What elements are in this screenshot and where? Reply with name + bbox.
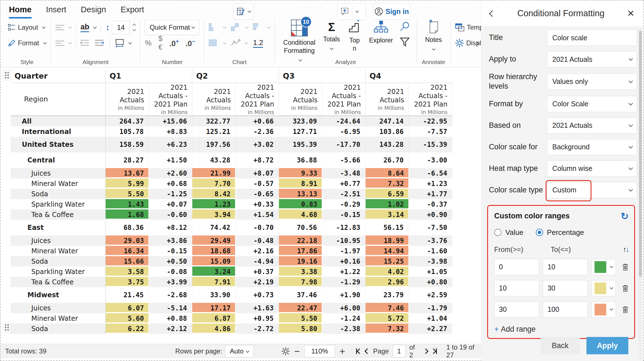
value-cell[interactable]: 56.15 <box>366 220 409 235</box>
value-cell[interactable]: -0.15 <box>149 246 192 256</box>
previous-page-button[interactable] <box>365 349 369 353</box>
value-cell[interactable]: 6.07 <box>106 303 149 313</box>
value-cell[interactable]: -6.54 <box>409 168 452 178</box>
sparkline-button[interactable] <box>231 39 240 47</box>
value-cell[interactable]: +1.22 <box>322 266 366 277</box>
value-cell[interactable]: -3.00 <box>409 152 452 168</box>
value-cell[interactable]: 7.91 <box>192 277 236 287</box>
row-label-cell[interactable]: International <box>11 126 106 137</box>
measure-header-cell[interactable]: 2021 Actualsin Millions <box>366 83 409 116</box>
currency-format-button[interactable]: $€ <box>158 34 162 52</box>
value-cell[interactable]: +8.72 <box>236 152 279 168</box>
value-cell[interactable]: +1.05 <box>409 266 452 277</box>
value-cell[interactable]: 3.58 <box>106 266 149 277</box>
table-view-button[interactable] <box>209 39 219 47</box>
value-cell[interactable]: 28.27 <box>106 152 149 168</box>
value-cell[interactable]: 15.66 <box>106 256 149 266</box>
color-swatch-dropdown[interactable] <box>591 259 616 275</box>
value-cell[interactable]: 4.02 <box>366 266 409 277</box>
trash-icon[interactable] <box>622 284 629 293</box>
value-cell[interactable]: -1.24 <box>322 313 366 324</box>
value-cell[interactable]: +0.77 <box>322 178 366 189</box>
value-cell[interactable]: -2.38 <box>322 324 366 334</box>
value-cell[interactable]: -0.57 <box>236 178 279 189</box>
back-button[interactable]: Back <box>541 337 580 354</box>
value-cell[interactable]: 1.02 <box>366 199 409 209</box>
row-label-cell[interactable]: Central <box>11 152 106 168</box>
value-cell[interactable]: 6.87 <box>192 313 236 324</box>
value-cell[interactable]: -22.95 <box>409 116 452 126</box>
measure-header-cell[interactable]: 2021 Actualsin Millions <box>106 83 149 116</box>
corner-header-cell[interactable]: Quarter <box>11 69 106 83</box>
vertical-align-button[interactable] <box>55 25 64 30</box>
measure-header-cell[interactable]: 2021 Actualsin Millions <box>192 83 236 116</box>
value-cell[interactable]: +0.33 <box>236 199 279 209</box>
value-cell[interactable]: 0.83 <box>279 199 322 209</box>
value-cell[interactable]: +6.23 <box>149 137 192 152</box>
field-dropdown[interactable]: 2021 Actuals <box>547 117 637 134</box>
value-cell[interactable]: -2.72 <box>236 324 279 334</box>
value-cell[interactable]: -0.65 <box>236 189 279 199</box>
totals-button[interactable]: Σ Totals <box>323 20 340 51</box>
search-icon[interactable] <box>400 21 410 32</box>
value-cell[interactable]: -3.48 <box>322 168 366 178</box>
value-cell[interactable]: 22.18 <box>279 235 322 246</box>
value-cell[interactable]: 322.77 <box>192 116 236 126</box>
value-cell[interactable]: 8.42 <box>192 189 236 199</box>
notes-button[interactable]: Notes <box>425 20 442 52</box>
value-cell[interactable]: +1.90 <box>322 287 366 303</box>
value-cell[interactable]: -1.25 <box>149 189 192 199</box>
value-cell[interactable]: 5.50 <box>279 313 322 324</box>
measure-header-cell[interactable]: 2021 Actuals - 2021 Planin Millions <box>322 83 366 116</box>
radio-percentage[interactable]: Percentage <box>536 228 584 237</box>
value-cell[interactable]: 195.39 <box>279 137 322 152</box>
value-cell[interactable]: 2.96 <box>366 277 409 287</box>
tab-design[interactable]: Design <box>81 5 106 18</box>
value-cell[interactable]: +1.04 <box>409 313 452 324</box>
number-format-button[interactable]: 1.2 <box>253 38 263 48</box>
explorer-button[interactable]: Explorer <box>369 20 393 44</box>
value-cell[interactable]: +3.99 <box>149 277 192 287</box>
value-cell[interactable]: 15.25 <box>366 256 409 266</box>
value-cell[interactable]: -0.15 <box>322 209 366 220</box>
value-cell[interactable]: 8.91 <box>279 178 322 189</box>
tab-insert[interactable]: Insert <box>46 5 67 18</box>
row-label-cell[interactable]: Juices <box>11 168 106 178</box>
value-cell[interactable]: +0.88 <box>149 313 192 324</box>
field-dropdown[interactable]: Background <box>547 139 637 155</box>
quick-format-button[interactable]: Quick Format <box>145 20 199 35</box>
row-label-cell[interactable]: Mineral Water <box>11 313 106 324</box>
reset-icon[interactable]: ↻ <box>621 211 629 221</box>
range-to-input[interactable]: 30 <box>543 280 588 296</box>
value-cell[interactable]: 7.32 <box>366 178 409 189</box>
value-cell[interactable]: 3.75 <box>106 277 149 287</box>
value-cell[interactable]: 26.70 <box>366 152 409 168</box>
value-cell[interactable]: 18.68 <box>192 246 236 256</box>
top-n-button[interactable]: Top n <box>348 20 361 53</box>
trash-icon[interactable] <box>622 263 629 272</box>
value-cell[interactable]: -7.50 <box>409 220 452 235</box>
value-cell[interactable]: -2.51 <box>322 189 366 199</box>
page-number-input[interactable]: 1 <box>393 345 405 357</box>
combo-chart-button[interactable] <box>231 23 241 32</box>
value-cell[interactable]: -0.70 <box>236 220 279 235</box>
comment-button[interactable] <box>337 3 366 20</box>
value-cell[interactable]: +8.07 <box>236 168 279 178</box>
value-cell[interactable]: 323.09 <box>279 116 322 126</box>
measure-header-cell[interactable]: 2021 Actuals - 2021 Planin Millions <box>409 83 452 116</box>
bar-chart-button[interactable] <box>209 23 219 32</box>
value-cell[interactable]: 18.99 <box>366 235 409 246</box>
value-cell[interactable]: 13.67 <box>106 168 149 178</box>
value-cell[interactable]: -0.29 <box>322 199 366 209</box>
value-cell[interactable]: 37.46 <box>279 287 322 303</box>
value-cell[interactable]: +1.54 <box>236 209 279 220</box>
format-painter-button[interactable]: Format <box>8 35 46 51</box>
last-page-button[interactable] <box>432 348 437 354</box>
drag-handle-top[interactable] <box>3 70 11 80</box>
value-cell[interactable]: 264.37 <box>106 116 149 126</box>
value-cell[interactable]: +8.12 <box>149 220 192 235</box>
field-dropdown[interactable]: Values only <box>547 74 637 90</box>
value-cell[interactable]: +3.86 <box>149 235 192 246</box>
add-range-button[interactable]: +Add range <box>494 325 629 334</box>
value-cell[interactable]: -1.29 <box>322 277 366 287</box>
